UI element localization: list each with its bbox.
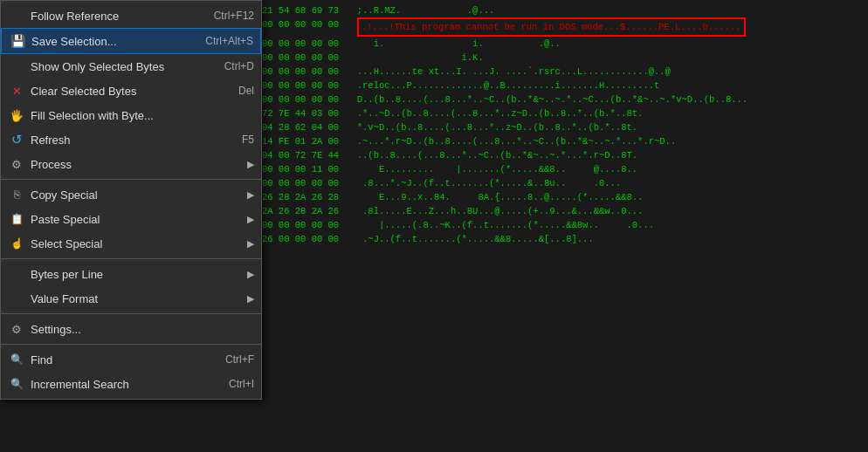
menu-item-value-format[interactable]: Value Format ▶ — [1, 286, 261, 311]
incremental-search-label: Incremental Search — [31, 378, 211, 391]
value-format-arrow: ▶ — [247, 293, 254, 305]
menu-item-settings[interactable]: ⚙ Settings... — [1, 317, 261, 341]
bytes-per-line-label: Bytes per Line — [31, 268, 240, 281]
clear-selected-shortcut: Del — [238, 85, 254, 97]
menu-item-save-selection[interactable]: 💾 Save Selection... Ctrl+Alt+S — [1, 28, 261, 54]
fill-selection-label: Fill Selection with Byte... — [31, 109, 237, 122]
menu-item-bytes-per-line[interactable]: Bytes per Line ▶ — [1, 262, 261, 286]
menu-item-show-only-selected[interactable]: Show Only Selected Bytes Ctrl+D — [1, 54, 261, 79]
bytes-per-line-icon — [8, 265, 25, 283]
select-special-label: Select Special — [31, 237, 240, 250]
copy-special-arrow: ▶ — [247, 189, 254, 201]
separator-4 — [1, 344, 261, 345]
show-only-icon — [8, 58, 25, 75]
value-format-icon — [8, 290, 25, 307]
follow-reference-shortcut: Ctrl+F12 — [214, 10, 254, 22]
clear-selected-label: Clear Selected Bytes — [31, 85, 221, 98]
menu-item-process[interactable]: ⚙ Process ▶ — [1, 152, 261, 176]
paste-special-arrow: ▶ — [247, 214, 254, 225]
follow-reference-icon — [8, 7, 25, 24]
menu-item-clear-selected[interactable]: ✕ Clear Selected Bytes Del — [1, 79, 261, 103]
separator-2 — [1, 258, 261, 259]
menu-item-follow-reference[interactable]: Follow Reference Ctrl+F12 — [1, 3, 261, 28]
save-selection-shortcut: Ctrl+Alt+S — [205, 35, 253, 47]
menu-item-refresh[interactable]: ↺ Refresh F5 — [1, 127, 261, 152]
copy-special-icon: ⎘ — [8, 186, 25, 203]
settings-label: Settings... — [31, 323, 254, 336]
menu-item-select-special[interactable]: ☝ Select Special ▶ — [1, 231, 261, 256]
show-only-shortcut: Ctrl+D — [224, 60, 254, 72]
separator-3 — [1, 313, 261, 314]
separator-1 — [1, 179, 261, 180]
clear-selected-icon: ✕ — [8, 82, 25, 99]
incremental-search-icon: 🔍 — [8, 375, 25, 393]
show-only-label: Show Only Selected Bytes — [31, 60, 207, 73]
save-selection-label: Save Selection... — [31, 35, 188, 48]
menu-item-fill-selection[interactable]: 🖐 Fill Selection with Byte... — [1, 103, 261, 127]
copy-special-label: Copy Special — [31, 188, 240, 202]
process-arrow: ▶ — [247, 159, 254, 170]
find-label: Find — [31, 353, 208, 366]
paste-special-icon: 📋 — [8, 210, 25, 228]
menu-item-incremental-search[interactable]: 🔍 Incremental Search Ctrl+I — [1, 372, 261, 396]
refresh-label: Refresh — [31, 134, 224, 147]
menu-item-paste-special[interactable]: 📋 Paste Special ▶ — [1, 207, 261, 231]
incremental-search-shortcut: Ctrl+I — [229, 378, 254, 390]
value-format-label: Value Format — [31, 292, 240, 305]
save-selection-icon: 💾 — [9, 32, 26, 50]
settings-icon: ⚙ — [8, 320, 25, 338]
select-special-icon: ☝ — [8, 235, 25, 252]
follow-reference-label: Follow Reference — [31, 10, 196, 23]
refresh-icon: ↺ — [8, 131, 25, 148]
select-special-arrow: ▶ — [247, 238, 254, 250]
context-menu: Follow Reference Ctrl+F12 💾 Save Selecti… — [0, 0, 262, 400]
process-icon: ⚙ — [8, 155, 25, 173]
find-shortcut: Ctrl+F — [225, 353, 254, 366]
context-menu-overlay: Follow Reference Ctrl+F12 💾 Save Selecti… — [0, 0, 868, 452]
menu-item-find[interactable]: 🔍 Find Ctrl+F — [1, 347, 261, 372]
refresh-shortcut: F5 — [242, 134, 254, 146]
fill-selection-icon: 🖐 — [8, 106, 25, 124]
paste-special-label: Paste Special — [31, 213, 240, 226]
bytes-per-line-arrow: ▶ — [247, 269, 254, 280]
process-label: Process — [31, 158, 240, 171]
find-icon: 🔍 — [8, 351, 25, 368]
menu-item-copy-special[interactable]: ⎘ Copy Special ▶ — [1, 182, 261, 207]
